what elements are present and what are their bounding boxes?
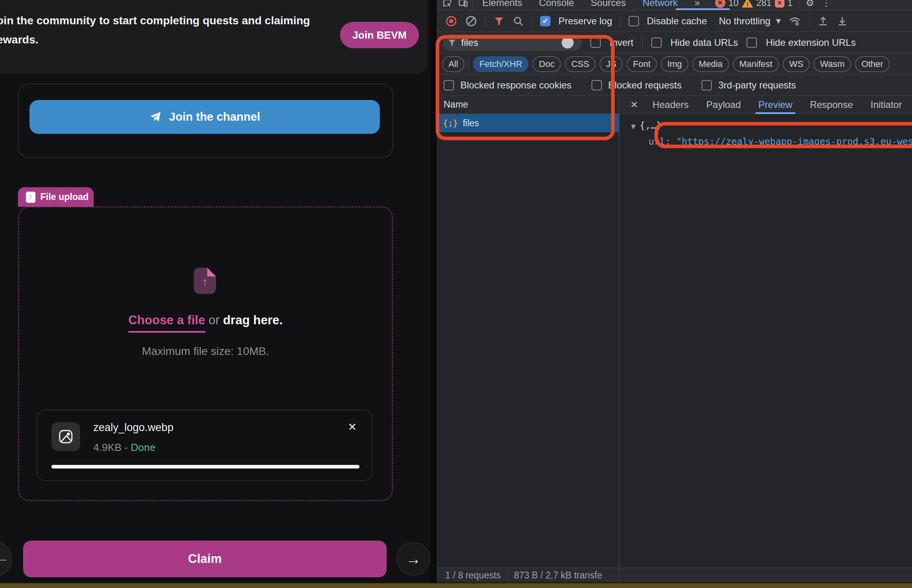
third-party-requests-label: 3rd-party requests [718,80,796,91]
blocked-response-cookies-checkbox[interactable] [444,80,454,90]
detail-tab-payload[interactable]: Payload [698,96,750,114]
clear-network-log-button[interactable] [465,15,477,27]
resource-type-chips: All Fetch/XHR Doc CSS JS Font Img Media … [437,53,912,75]
chip-css[interactable]: CSS [565,56,596,72]
json-key-url: url: [649,136,670,147]
zealy-page: oin the community to start completing qu… [0,0,430,588]
hide-data-urls-label: Hide data URLs [670,37,738,48]
community-banner: oin the community to start completing qu… [0,0,428,74]
hide-data-urls-checkbox[interactable] [651,37,662,48]
devtools-tabbar: Elements Console Sources Network » ✕ 10 … [437,0,912,10]
chip-js[interactable]: JS [599,56,623,72]
request-row-files[interactable]: {;} files [437,114,619,132]
network-filter-input[interactable] [461,37,557,48]
chip-all[interactable]: All [442,56,464,72]
close-detail-icon[interactable]: ✕ [625,99,644,110]
detail-tab-preview[interactable]: Preview [750,96,801,114]
kebab-menu-icon[interactable]: ⋮ [820,0,833,10]
device-toolbar-icon[interactable] [456,0,470,8]
divider [800,0,800,9]
divider [485,15,485,27]
detail-tab-response[interactable]: Response [801,96,862,114]
preserve-log-label: Preserve log [558,16,612,27]
hide-extension-urls-checkbox[interactable] [747,37,757,48]
chip-manifest[interactable]: Manifest [733,56,779,72]
uploaded-file-card: zealy_logo.webp 4.9KB - Done ✕ [37,410,373,481]
throttling-select[interactable]: No throttling ▼ [719,16,780,27]
previous-quest-button[interactable]: – [0,541,12,577]
record-network-log-button[interactable] [445,15,457,27]
invert-checkbox[interactable] [590,37,601,48]
issues-badge-icon[interactable]: ✕ [775,0,784,8]
image-icon [58,429,74,445]
network-panels: Name {;} files ✕ Headers Payload Preview… [437,96,912,568]
file-size: 4.9KB - [93,441,131,453]
inspect-element-icon[interactable] [440,0,454,8]
chip-media[interactable]: Media [692,56,729,72]
drag-here-text: drag here. [223,313,283,327]
expand-caret-icon[interactable]: ▼ [631,123,636,130]
blocked-requests-label: Blocked requests [608,80,682,91]
preserve-log-checkbox[interactable]: ✓ [540,16,550,26]
divider [620,15,621,27]
transferred-size: 873 B / 2.7 kB transfe [514,570,602,581]
clear-filter-icon[interactable] [562,37,574,49]
invert-label: Invert [609,37,633,48]
next-quest-button[interactable]: → [397,542,430,576]
import-har-icon[interactable] [818,16,829,27]
banner-line1: oin the community to start completing qu… [0,11,310,30]
chip-img[interactable]: Img [661,56,688,72]
remove-file-button[interactable]: ✕ [348,421,357,433]
filter-pill [443,34,582,51]
export-har-icon[interactable] [837,16,848,27]
file-upload-badge: File upload [18,187,94,207]
search-icon[interactable] [513,16,524,27]
choose-file-link[interactable]: Choose a file [128,313,205,333]
json-root-row[interactable]: ▼{,…} [631,120,912,131]
request-list-column: Name {;} files [437,96,620,568]
disable-cache-label: Disable cache [647,16,707,27]
detail-tab-initiator[interactable]: Initiator [862,96,911,114]
banner-line2: ewards. [0,30,310,49]
divider [507,571,507,580]
request-name: files [463,118,479,129]
third-party-requests-checkbox[interactable] [702,80,712,90]
json-url-row: url:"https://zealy-webapp-images-prod.s3… [631,136,912,147]
json-root-summary: {,…} [640,120,662,131]
detail-tab-headers[interactable]: Headers [644,96,698,114]
filter-toggle-icon[interactable] [493,16,505,27]
active-tab-underline [676,8,730,10]
json-braces-icon: {;} [443,118,458,128]
chip-font[interactable]: Font [627,56,657,72]
chip-other[interactable]: Other [855,56,890,72]
issues-count: 1 [788,0,793,8]
error-count: 10 [729,0,739,8]
upload-progress-bar [51,465,360,468]
divider [642,36,643,49]
tab-sources[interactable]: Sources [584,0,633,10]
join-channel-button[interactable]: Join the channel [29,100,380,134]
file-size-status: 4.9KB - Done [93,441,155,454]
hide-extension-urls-label: Hide extension URLs [766,37,855,48]
name-column-header[interactable]: Name [437,96,619,114]
chip-fetch-xhr[interactable]: Fetch/XHR [473,56,529,72]
join-channel-label: Join the channel [169,110,260,123]
error-badge-icon[interactable]: ✕ [715,0,725,8]
file-upload-icon [26,192,35,203]
join-bevm-button[interactable]: Join BEVM [340,22,419,48]
chip-ws[interactable]: WS [783,56,810,72]
request-detail-pane: ✕ Headers Payload Preview Response Initi… [621,96,912,568]
chip-wasm[interactable]: Wasm [814,56,851,72]
screen: oin the community to start completing qu… [0,0,912,588]
blocked-requests-checkbox[interactable] [592,80,602,90]
warning-badge-icon[interactable]: ! [742,0,753,8]
disable-cache-checkbox[interactable] [629,16,639,26]
chip-doc[interactable]: Doc [533,56,561,72]
tab-console[interactable]: Console [532,0,581,10]
network-conditions-icon[interactable] [788,15,801,27]
tab-elements[interactable]: Elements [475,0,529,10]
file-status: Done [131,441,155,453]
funnel-icon [448,38,456,47]
settings-gear-icon[interactable]: ⚙ [802,0,818,10]
claim-button[interactable]: Claim [23,541,387,577]
